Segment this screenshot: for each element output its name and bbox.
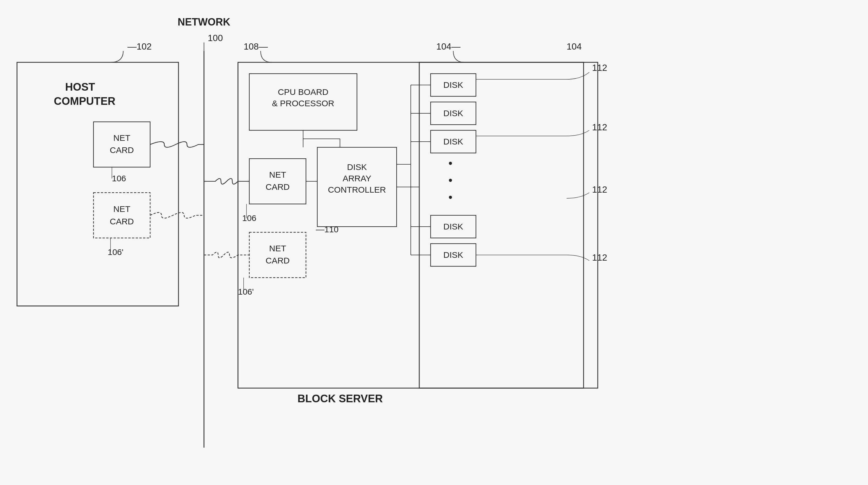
disk-1-label: DISK xyxy=(443,80,463,90)
ref-112-2: 112 xyxy=(592,122,607,132)
bs-net-card-2-label2: CARD xyxy=(266,256,289,265)
disk-n1-label: DISK xyxy=(443,222,463,231)
bs-net-card-1-label2: CARD xyxy=(266,182,289,191)
cpu-board-label2: & PROCESSOR xyxy=(272,99,334,108)
network-label: NETWORK xyxy=(178,16,230,28)
cpu-board-label1: CPU BOARD xyxy=(278,87,328,97)
ref-112-4: 112 xyxy=(592,252,607,263)
host-computer-label: HOST xyxy=(65,81,95,93)
block-server-label: BLOCK SERVER xyxy=(298,393,383,404)
ref-106prime-host: 106' xyxy=(107,247,124,257)
ref-106-host: 106 xyxy=(112,174,126,183)
ref-110: —110 xyxy=(316,225,339,234)
dots: • xyxy=(448,157,453,170)
net-card-1-label: NET xyxy=(113,133,130,143)
ref-106prime-bs: 106' xyxy=(238,287,254,296)
ref-102: —102 xyxy=(127,41,152,52)
disk-2-label: DISK xyxy=(443,109,463,118)
dac-label2: ARRAY xyxy=(342,174,371,183)
ref-112-3: 112 xyxy=(592,184,607,194)
disk-3-label: DISK xyxy=(443,137,463,146)
host-computer-label2: COMPUTER xyxy=(54,95,115,107)
ref-104-disk: 104 xyxy=(566,41,582,52)
dots2: • xyxy=(448,174,453,186)
net-card-1-label2: CARD xyxy=(110,145,134,155)
ref-100: 100 xyxy=(208,33,223,43)
disk-n-label: DISK xyxy=(443,250,463,260)
dac-label3: CONTROLLER xyxy=(328,185,386,194)
net-card-2-label: NET xyxy=(113,204,130,214)
bs-net-card-2-label: NET xyxy=(269,244,286,253)
svg-rect-0 xyxy=(0,0,868,485)
ref-106-bs: 106 xyxy=(242,213,256,223)
ref-112-1: 112 xyxy=(592,63,607,73)
ref-108: 108— xyxy=(244,41,268,52)
dots3: • xyxy=(448,191,453,204)
dac-label1: DISK xyxy=(347,162,367,172)
net-card-2-label2: CARD xyxy=(110,217,134,226)
bs-net-card-1-label: NET xyxy=(269,170,286,179)
ref-104: 104— xyxy=(436,41,460,52)
